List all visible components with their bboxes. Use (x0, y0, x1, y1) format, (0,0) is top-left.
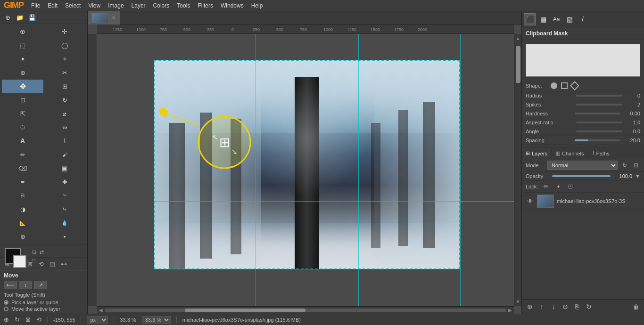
mode-dropdown[interactable]: Normal Multiply Screen (547, 161, 618, 170)
tool-ellipse-sel-btn[interactable]: ◯ (44, 39, 85, 52)
expand-icon[interactable]: ⊷ (58, 259, 69, 269)
status-icon-3[interactable]: ⊠ (25, 316, 31, 323)
tool-pencil-btn[interactable]: ✏ (2, 148, 43, 161)
menubar-item-help[interactable]: Help (248, 1, 267, 10)
tool-new-btn[interactable]: ⊕ (2, 25, 43, 38)
tool-measure-btn[interactable]: 📐 (2, 216, 43, 229)
tool-scale-btn[interactable]: ⇱ (2, 107, 43, 120)
panel-gradient-icon[interactable]: ▤ (537, 13, 549, 25)
lock-paint-icon[interactable]: ✏ (542, 182, 550, 191)
v-scrollbar[interactable]: ▲ ▼ (514, 34, 521, 306)
tool-open-icon[interactable]: 📁 (14, 12, 25, 23)
radio-pick-layer[interactable]: Pick a layer or guide (4, 300, 83, 305)
tool-airbrush-btn[interactable]: ▣ (44, 162, 85, 175)
tool-ink-btn[interactable]: ✒ (2, 175, 43, 188)
move-ctrl-3[interactable]: ↗ (34, 281, 47, 289)
tool-eraser-btn[interactable]: ⌫ (2, 162, 43, 175)
quick-mask-icon[interactable]: □ (32, 258, 40, 265)
panel-font-icon[interactable]: Aa (550, 13, 562, 25)
tool-text-btn[interactable]: A (2, 134, 43, 147)
tool-clone-btn[interactable]: ⎘ (2, 189, 43, 202)
tool-free-sel-btn[interactable]: ✦ (2, 52, 43, 65)
panel-action-trash-icon[interactable]: 🗑 (631, 301, 641, 312)
menubar-item-view[interactable]: View (84, 1, 104, 10)
tool-move-btn[interactable]: ✥ (2, 80, 43, 93)
bg-color-swatch[interactable] (13, 255, 26, 268)
tab-paths[interactable]: ⌇ Paths (588, 148, 613, 159)
status-icon-1[interactable]: ⊕ (4, 316, 9, 323)
tab-close-icon[interactable]: ✕ (111, 15, 116, 21)
menubar-item-colors[interactable]: Colors (149, 1, 173, 10)
menubar-item-filters[interactable]: Filters (194, 1, 217, 10)
tool-zoom-btn[interactable]: ⊕ (2, 230, 43, 243)
status-unit[interactable]: px mm in (87, 316, 108, 324)
tool-save-icon[interactable]: 💾 (26, 12, 38, 23)
tool-flip-btn[interactable]: ⇔ (44, 121, 85, 134)
tool-heal-btn[interactable]: ✚ (44, 175, 85, 188)
menubar-item-file[interactable]: File (27, 1, 44, 10)
tool-colorpick-btn[interactable]: 💧 (44, 216, 85, 229)
tool-rect-sel-btn[interactable]: ⬚ (2, 39, 43, 52)
tool-rotate-btn[interactable]: ↻ (44, 93, 85, 106)
move-ctrl-1[interactable]: ⟵ (4, 281, 17, 289)
tool-new-icon[interactable]: ⊕ (2, 12, 13, 23)
tool-shear-btn[interactable]: ⌀ (44, 107, 85, 120)
layer-eye-icon[interactable]: 👁 (526, 197, 534, 205)
tool-bucket-btn[interactable]: ▪ (44, 230, 85, 243)
radio-move-layer[interactable]: Move the active layer (4, 306, 83, 312)
panel-patterns-icon[interactable]: ▧ (563, 13, 576, 25)
canvas-tab[interactable]: ✕ (88, 11, 120, 24)
tool-color-sel-btn[interactable]: ⊕ (2, 66, 43, 79)
status-zoom-select[interactable]: 33.3 % 50 % 100 % (142, 316, 171, 324)
panel-action-up-icon[interactable]: ↑ (537, 301, 547, 312)
tool-scissors-btn[interactable]: ✂ (44, 66, 85, 79)
tool-align-btn[interactable]: ⊞ (44, 80, 85, 93)
tool-pointer-btn[interactable]: ✛ (44, 25, 85, 38)
shape-square-btn[interactable] (561, 82, 568, 89)
tool-dodge-btn[interactable]: ◑ (2, 203, 43, 216)
h-scroll-thumb[interactable] (185, 309, 305, 312)
lock-move-icon[interactable]: + (554, 182, 562, 191)
tool-paths-btn[interactable]: ⌇ (44, 134, 85, 147)
tool-fuzzy-sel-btn[interactable]: ✧ (44, 52, 85, 65)
h-scroll-right-icon[interactable]: ▶ (508, 308, 512, 313)
menubar-item-windows[interactable]: Windows (217, 1, 248, 10)
tab-channels[interactable]: ▥ Channels (552, 148, 588, 159)
prop-spacing-slider[interactable] (575, 139, 620, 141)
lock-alpha-icon[interactable]: ⊡ (566, 182, 575, 191)
h-scrollbar[interactable]: ◀ ▶ (97, 306, 514, 314)
status-icon-2[interactable]: ↻ (15, 316, 20, 323)
menubar-item-image[interactable]: Image (104, 1, 127, 10)
prop-radius-slider[interactable] (576, 95, 623, 97)
panel-action-down-icon[interactable]: ↓ (548, 301, 559, 312)
mode-history-icon[interactable]: ⊡ (632, 161, 640, 170)
v-scroll-down-icon[interactable]: ▼ (516, 299, 520, 304)
tool-warp-btn[interactable]: ⤷ (44, 203, 85, 216)
config-bottom-icon[interactable]: ▤ (47, 259, 58, 269)
menubar-item-tools[interactable]: Tools (173, 1, 194, 10)
tool-perspective-btn[interactable]: ⬡ (2, 121, 43, 134)
tool-crop-btn[interactable]: ⊡ (2, 93, 43, 106)
panel-action-delete-icon[interactable]: ⊖ (560, 301, 570, 312)
mode-reset-icon[interactable]: ↻ (620, 161, 629, 170)
v-scroll-up-icon[interactable]: ▲ (516, 36, 520, 41)
prop-hardness-slider[interactable] (575, 113, 620, 114)
tool-paintbrush-btn[interactable]: 🖌 (44, 148, 85, 161)
panel-action-new-icon[interactable]: ⊕ (525, 301, 535, 312)
menubar-item-select[interactable]: Select (61, 1, 84, 10)
menubar-item-layer[interactable]: Layer (128, 1, 149, 10)
color-reset-icon[interactable]: ⊡ (32, 249, 40, 257)
prop-angle-slider[interactable] (576, 130, 623, 132)
canvas-content[interactable]: ⊞ ↖ ↘ (97, 34, 514, 306)
move-ctrl-2[interactable]: ↕ (19, 281, 32, 289)
prop-aspect-slider[interactable] (576, 122, 623, 123)
opacity-slider[interactable] (552, 175, 611, 177)
panel-color-icon[interactable]: ⬛ (524, 13, 536, 25)
panel-brush-icon[interactable]: / (577, 13, 589, 25)
v-scroll-thumb[interactable] (516, 46, 520, 83)
shape-circle-btn[interactable] (551, 82, 557, 89)
prop-spikes-slider[interactable] (576, 104, 623, 106)
color-swap-icon[interactable]: ⇄ (40, 249, 47, 257)
panel-action-merge-icon[interactable]: ↻ (584, 301, 594, 312)
status-icon-4[interactable]: ⟲ (36, 316, 41, 323)
